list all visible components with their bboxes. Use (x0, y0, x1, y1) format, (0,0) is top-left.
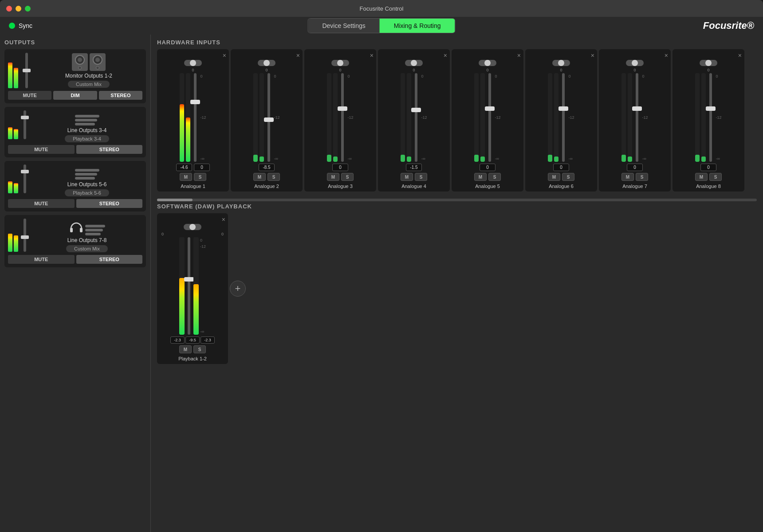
value-box-5[interactable]: 0 (480, 164, 496, 171)
tab-mixing-routing[interactable]: Mixing & Routing (380, 19, 455, 33)
pan-thumb-2[interactable] (264, 60, 270, 66)
output-fader-monitor[interactable] (23, 69, 31, 72)
value-box-pb1-r[interactable]: -2.3 (201, 336, 215, 344)
stereo-button-7[interactable]: STEREO (76, 255, 143, 264)
mute-button-1[interactable]: MUTE (8, 91, 51, 100)
output-card-line-7-8: Line Outputs 7-8 Custom Mix MUTE STEREO (4, 215, 146, 267)
mute-ch-7[interactable]: M (621, 173, 634, 181)
close-playback-1[interactable]: × (222, 216, 225, 223)
sync-dot (9, 23, 15, 29)
maximize-button[interactable] (25, 6, 31, 12)
fader-thumb-3[interactable] (338, 106, 347, 111)
window-controls[interactable] (6, 6, 31, 12)
value-box-8[interactable]: 0 (700, 164, 716, 171)
output-mix-monitor[interactable]: Custom Mix (68, 81, 110, 88)
pan-thumb-6[interactable] (558, 60, 564, 66)
fader-thumb-8[interactable] (706, 106, 716, 111)
close-analogue-5[interactable]: × (517, 52, 521, 59)
pan-knob-3[interactable] (331, 60, 349, 66)
pan-knob-7[interactable] (626, 60, 644, 66)
pan-knob-5[interactable] (479, 60, 496, 66)
mute-pb1[interactable]: M (179, 345, 192, 353)
pan-knob-2[interactable] (258, 60, 275, 66)
fader-thumb-1[interactable] (190, 100, 200, 104)
meter-left-5 (8, 181, 12, 193)
mute-ch-3[interactable]: M (327, 173, 339, 181)
mute-ch-6[interactable]: M (548, 173, 560, 181)
value-box-1a[interactable]: -4.6 (176, 164, 192, 171)
pan-knob-6[interactable] (552, 60, 570, 66)
add-channel-button[interactable]: + (230, 281, 246, 297)
mute-button-7[interactable]: MUTE (8, 255, 75, 264)
solo-ch-8[interactable]: S (709, 173, 722, 181)
solo-ch-7[interactable]: S (636, 173, 648, 181)
output-mix-7[interactable]: Custom Mix (66, 245, 108, 252)
solo-pb1[interactable]: S (193, 345, 206, 353)
pan-thumb-4[interactable] (411, 60, 417, 66)
mute-ch-2[interactable]: M (253, 173, 266, 181)
close-analogue-1[interactable]: × (223, 52, 226, 59)
minimize-button[interactable] (16, 6, 21, 12)
sw-playback-grid: × 00 (157, 213, 757, 364)
cable-icon-5 (75, 169, 99, 180)
meter-left (8, 63, 12, 88)
channel-analogue-2: × 0 (231, 49, 303, 192)
pan-knob-8[interactable] (700, 60, 717, 66)
solo-ch-2[interactable]: S (267, 173, 280, 181)
close-button[interactable] (6, 6, 12, 12)
mute-button-3[interactable]: MUTE (8, 145, 75, 154)
stereo-button-5[interactable]: STEREO (76, 199, 143, 208)
pan-thumb-5[interactable] (484, 60, 491, 66)
pan-knob-pb1[interactable] (184, 224, 201, 230)
pan-thumb-1[interactable] (190, 60, 196, 66)
mute-ch-1[interactable]: M (180, 173, 192, 181)
stereo-button-3[interactable]: STEREO (76, 145, 143, 154)
mute-button-5[interactable]: MUTE (8, 199, 75, 208)
value-box-2[interactable]: -8.5 (259, 164, 275, 171)
dim-button-1[interactable]: DIM (53, 91, 97, 100)
hw-inputs-grid: × 0 (157, 49, 757, 192)
value-box-4[interactable]: -1.5 (406, 164, 422, 171)
mute-ch-8[interactable]: M (695, 173, 708, 181)
solo-ch-6[interactable]: S (562, 173, 574, 181)
output-fader-line-5[interactable] (21, 170, 29, 173)
solo-ch-1[interactable]: S (194, 173, 206, 181)
value-box-6[interactable]: 0 (553, 164, 569, 171)
pan-thumb-3[interactable] (337, 60, 343, 66)
close-analogue-6[interactable]: × (591, 52, 594, 59)
fader-thumb-7[interactable] (632, 106, 642, 111)
close-analogue-7[interactable]: × (665, 52, 668, 59)
fader-thumb-2[interactable] (264, 117, 274, 122)
value-box-3[interactable]: 0 (332, 164, 348, 171)
solo-ch-5[interactable]: S (488, 173, 501, 181)
pan-knob-1[interactable] (184, 60, 202, 66)
close-analogue-4[interactable]: × (444, 52, 447, 59)
pan-thumb-pb1[interactable] (189, 224, 196, 230)
value-box-pb1-m[interactable]: -9.5 (185, 336, 200, 344)
output-fader-line-7[interactable] (21, 235, 29, 239)
solo-ch-3[interactable]: S (341, 173, 354, 181)
hw-inputs-scrollbar[interactable] (157, 199, 757, 201)
output-mix-3[interactable]: Playback 3-4 (65, 135, 109, 142)
fader-thumb-pb1[interactable] (184, 277, 194, 282)
fader-thumb-5[interactable] (485, 106, 495, 111)
hw-inputs-scrollbar-thumb[interactable] (157, 199, 193, 201)
mute-ch-4[interactable]: M (401, 173, 413, 181)
pan-knob-4[interactable] (405, 60, 423, 66)
value-box-pb1-l[interactable]: -2.3 (170, 336, 185, 344)
stereo-button-1[interactable]: STEREO (99, 91, 142, 100)
fader-thumb-4[interactable] (411, 108, 421, 112)
mute-ch-5[interactable]: M (474, 173, 487, 181)
close-analogue-3[interactable]: × (370, 52, 374, 59)
close-analogue-2[interactable]: × (296, 52, 300, 59)
tab-device-settings[interactable]: Device Settings (308, 19, 379, 33)
value-box-7[interactable]: 0 (627, 164, 643, 171)
output-mix-5[interactable]: Playback 5-6 (65, 189, 109, 196)
solo-ch-4[interactable]: S (415, 173, 427, 181)
pan-thumb-7[interactable] (632, 60, 638, 66)
output-fader-line-3[interactable] (21, 116, 29, 119)
value-box-1b[interactable]: 0 (194, 164, 210, 171)
fader-thumb-6[interactable] (558, 106, 568, 111)
pan-thumb-8[interactable] (705, 60, 712, 66)
close-analogue-8[interactable]: × (738, 52, 742, 59)
